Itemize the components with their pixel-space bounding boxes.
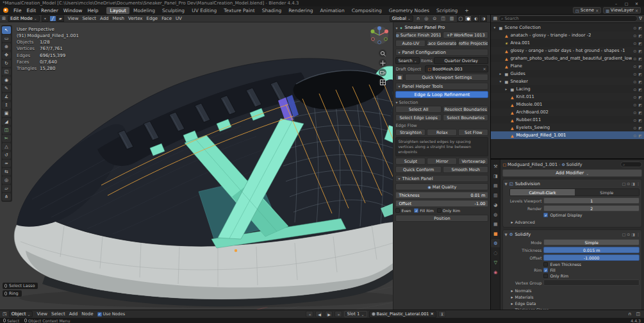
breadcrumb-modifier[interactable]: Solidify — [566, 162, 582, 167]
caret-icon[interactable]: ▾ — [492, 26, 497, 29]
outliner-row-rubber-011[interactable]: ▲Rubber.011⊙◩ — [491, 116, 644, 124]
workspace-tab-layout[interactable]: Layout — [106, 7, 129, 14]
position-button[interactable]: Position — [395, 215, 488, 222]
items-value-field[interactable]: Quarter Overlay — [434, 57, 488, 64]
render-levels-field[interactable]: 2 — [543, 205, 640, 211]
material-slot-dropdown[interactable]: Slot 1 ⌄ — [344, 311, 367, 317]
pin-icon[interactable]: ⊼ — [438, 311, 446, 317]
inset-tool[interactable]: ▣ — [2, 110, 11, 117]
jump-start-icon[interactable]: « — [306, 311, 313, 317]
play-reverse-icon[interactable]: ◀ — [315, 311, 323, 317]
viewport-menu-mesh[interactable]: Mesh — [111, 16, 126, 21]
rim-fill-checkbox[interactable]: ✓ — [543, 268, 548, 272]
snap-magnet-icon[interactable]: ∩ — [415, 16, 421, 21]
select-boundaries-button[interactable]: Select Boundaries — [443, 114, 489, 121]
workflow-button[interactable]: +P Workflow 1013 — [443, 31, 489, 38]
viewport-menu-select[interactable]: Select — [80, 16, 98, 21]
render-visibility-icon[interactable]: ◩ — [638, 95, 642, 99]
view-layer-tab-icon[interactable]: ▥ — [491, 191, 500, 199]
only-rim-checkbox[interactable] — [543, 274, 548, 278]
render-visibility-icon[interactable]: ◩ — [638, 87, 642, 92]
caret-icon[interactable]: ▾ — [498, 79, 502, 83]
outliner-row-glossy-orange-umbr-days-hot-ground-shapes-1[interactable]: ▲glossy - orange - umbr days - hot groun… — [491, 47, 644, 54]
pan-icon[interactable] — [379, 59, 386, 67]
bevel-tool[interactable]: ◢ — [2, 118, 11, 126]
render-visibility-icon[interactable]: ◩ — [638, 79, 642, 84]
auto-uv-button[interactable]: Auto-UV — [395, 40, 425, 47]
outliner-editor-icon[interactable]: ▤ — [493, 16, 497, 21]
solidify-section-normals[interactable]: ▸Normals — [509, 287, 640, 294]
solidify-section-edge-data[interactable]: ▸Edge Data — [509, 300, 640, 306]
vertex-select-mode-button[interactable]: ∙ — [42, 15, 49, 22]
outliner-row-sneaker[interactable]: ▾▦Sneaker⊙◩ — [491, 78, 644, 85]
outliner-row-guides[interactable]: ▸▦Guides⊙◩ — [491, 70, 644, 78]
realtime-toggle-icon[interactable]: ⊙ — [627, 232, 630, 236]
menu-render[interactable]: Render — [38, 8, 61, 13]
material-unlink-icon[interactable]: ✕ — [430, 311, 433, 317]
transform-orientation-dropdown[interactable]: Global ⌄ — [390, 15, 413, 22]
face-select-mode-button[interactable]: ▰ — [57, 15, 64, 22]
realtime-toggle-icon[interactable]: ⊙ — [627, 181, 630, 186]
lace-generator-button[interactable]: Lace Generator — [427, 40, 457, 47]
viewport-menu-add[interactable]: Add — [98, 16, 111, 21]
workspace-tab-sculpting[interactable]: Sculpting — [159, 7, 188, 14]
scene-tab-icon[interactable]: ◕ — [491, 201, 500, 209]
extras-menu-icon[interactable]: ⋮ — [636, 181, 640, 186]
profile-projection-button[interactable]: Profile Projection — [458, 40, 488, 47]
scale-tool[interactable]: ◱ — [2, 68, 11, 76]
loopcut-tool[interactable]: ◫ — [2, 126, 11, 134]
workspace-tab-shading[interactable]: Shading — [259, 7, 285, 14]
overlays-icon[interactable]: ◫ — [634, 311, 641, 317]
shader-editor-icon[interactable]: ◳ — [3, 311, 7, 317]
modifier-tab-icon[interactable]: ⚙ — [491, 239, 500, 247]
extrude-tool[interactable]: ↥ — [2, 101, 11, 109]
edge-loop-refinement-button[interactable]: Edge & Loop Refinement — [395, 91, 488, 98]
edit-mode-toggle-icon[interactable]: ▢ — [622, 181, 626, 186]
render-visibility-icon[interactable]: ◩ — [638, 110, 642, 115]
render-toggle-icon[interactable]: ◨ — [631, 181, 635, 186]
eye-icon[interactable]: ⊙ — [633, 41, 636, 46]
eye-icon[interactable]: ⊙ — [633, 118, 636, 122]
outliner-row-scene-collection[interactable]: ▾▦Scene Collection⊙◩ — [491, 24, 644, 31]
workspace-tab-rendering[interactable]: Rendering — [285, 7, 316, 14]
eye-icon[interactable]: ⊙ — [633, 126, 636, 130]
render-visibility-icon[interactable]: ◩ — [638, 56, 642, 61]
cursor-tool[interactable]: ⊕ — [2, 43, 11, 51]
blender-logo-icon[interactable] — [3, 8, 8, 13]
use-nodes-checkbox[interactable]: ✓ Use Nodes — [97, 311, 126, 317]
smooth-tool[interactable]: ≈ — [2, 160, 11, 167]
edge-select-mode-button[interactable]: ╱ — [49, 15, 56, 22]
thicken-panel-header[interactable]: ▾ Thicken Panel — [395, 175, 488, 182]
select-box-tool[interactable]: ▭ — [2, 35, 11, 42]
eye-icon[interactable]: ⊙ — [633, 103, 636, 107]
properties-search-input[interactable]: ⌕ — [620, 162, 642, 167]
render-visibility-icon[interactable]: ◩ — [638, 41, 642, 46]
outliner-row-eyelets-sewing[interactable]: ▲Eyelets_Sewing⊙◩ — [491, 124, 644, 131]
shader-type-dropdown[interactable]: Object ⌄ — [9, 311, 33, 317]
subdivision-header[interactable]: ▼ ◱ Subdivision ▢ ⊙ ◨ ⋮ — [504, 180, 640, 187]
edge-slide-tool[interactable]: ⇆ — [2, 168, 11, 176]
viewlayer-unlink-icon[interactable]: ✕ — [635, 8, 638, 13]
solidify-thickness-slider[interactable]: 0.015 m — [543, 247, 640, 253]
ortho-grid-icon[interactable] — [379, 78, 386, 86]
even-thickness-checkbox[interactable] — [543, 262, 548, 267]
eye-icon[interactable]: ⊙ — [633, 95, 636, 99]
workspace-tab-scripting[interactable]: Scripting — [433, 7, 461, 14]
panel-configuration-header[interactable]: ▾ Panel Configuration — [395, 49, 488, 56]
measure-tool[interactable]: ∡ — [2, 93, 11, 101]
eye-icon[interactable]: ⊙ — [633, 64, 636, 69]
shader-menu-add[interactable]: Add — [67, 311, 80, 317]
outliner-row-area-001[interactable]: ☀Area.001⊙◩ — [491, 39, 644, 47]
select-edge-loops-button[interactable]: Select Edge Loops — [395, 114, 442, 121]
mirror-button[interactable]: Mirror — [427, 158, 457, 165]
render-visibility-icon[interactable]: ◩ — [638, 118, 642, 122]
solidify-header[interactable]: ▼ ⚙ Solidify ▢ ⊙ ◨ ⋮ — [504, 231, 640, 238]
shrink-fatten-tool[interactable]: ◎ — [2, 176, 11, 184]
caret-icon[interactable]: ▸ — [504, 87, 508, 91]
workspace-tab-animation[interactable]: Animation — [317, 7, 347, 14]
outliner-row-modguard-filled-1-001[interactable]: ▲Modguard_Filled_1.001⊙◩ — [491, 131, 644, 139]
outliner-row-graham-photo-studio-and-matt-beautiful-gradient-low[interactable]: ▲graham_photo_studio_and_matt_beautiful_… — [491, 54, 644, 62]
shader-menu-node[interactable]: Node — [79, 311, 95, 317]
polybuild-tool[interactable]: △ — [2, 143, 11, 151]
optimal-display-checkbox[interactable]: ✓ — [543, 213, 548, 217]
